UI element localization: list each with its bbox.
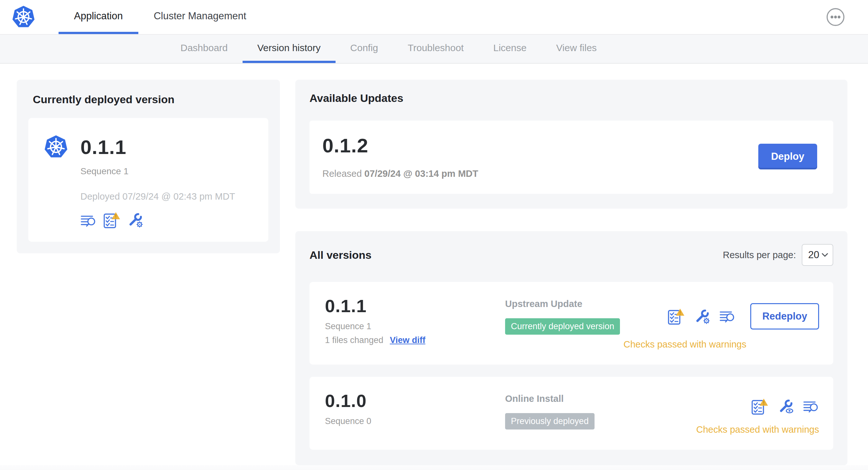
version-row-info: 0.1.1 Sequence 1 1 files changed View di…	[325, 296, 505, 345]
available-updates-panel: Available Updates 0.1.2 Released 07/29/2…	[295, 80, 847, 209]
version-row-actions: Redeploy Checks passed with warnings	[623, 296, 819, 350]
ellipsis-icon	[826, 8, 845, 26]
right-column: Available Updates 0.1.2 Released 07/29/2…	[295, 80, 847, 465]
deployed-sequence-label: Sequence 1	[81, 166, 255, 176]
row-action-icons: Redeploy	[667, 303, 819, 330]
released-date: 07/29/24 @ 03:14 pm MDT	[365, 168, 478, 179]
subnav-config[interactable]: Config	[336, 35, 393, 63]
top-tabs: Application Cluster Management	[59, 0, 261, 34]
row-files-changed: 1 files changed View diff	[325, 335, 505, 345]
tab-cluster-management[interactable]: Cluster Management	[138, 0, 262, 34]
release-notes-icon[interactable]	[803, 399, 819, 414]
update-released-timestamp: Released 07/29/24 @ 03:14 pm MDT	[322, 168, 478, 179]
row-source-label: Upstream Update	[505, 299, 623, 309]
status-badge: Previously deployed	[505, 413, 594, 430]
results-per-page-label: Results per page:	[723, 250, 796, 260]
version-row-actions: Checks passed with warnings	[696, 390, 819, 435]
row-version-label: 0.1.1	[325, 296, 505, 316]
config-gear-icon[interactable]	[127, 211, 144, 228]
top-bar: Application Cluster Management	[0, 0, 868, 35]
update-version-label: 0.1.2	[322, 134, 478, 157]
subnav-dashboard[interactable]: Dashboard	[166, 35, 243, 63]
overflow-menu-button[interactable]	[826, 8, 845, 26]
version-row-info: 0.1.0 Sequence 0	[325, 390, 505, 426]
preflight-checks-warning-icon[interactable]	[103, 211, 120, 228]
row-action-icons	[751, 398, 819, 415]
deploy-button[interactable]: Deploy	[758, 144, 817, 169]
release-notes-icon[interactable]	[719, 309, 736, 324]
status-badge: Currently deployed version	[505, 318, 620, 335]
deployed-version-label: 0.1.1	[81, 136, 255, 159]
all-versions-title: All versions	[309, 249, 372, 261]
available-updates-title: Available Updates	[309, 92, 833, 104]
main-content: Currently deployed version 0.1.1 Sequenc…	[0, 64, 868, 465]
subnav-view-files[interactable]: View files	[541, 35, 612, 63]
results-per-page-value: 20	[808, 249, 819, 261]
redeploy-button[interactable]: Redeploy	[750, 303, 819, 330]
checks-status-text: Checks passed with warnings	[696, 424, 819, 435]
preflight-checks-warning-icon[interactable]	[751, 398, 768, 415]
currently-deployed-title: Currently deployed version	[33, 93, 268, 106]
row-source-label: Online Install	[505, 394, 696, 404]
config-gear-icon[interactable]	[694, 308, 710, 325]
deployed-version-details: Sequence 1 Deployed 07/29/24 @ 02:43 pm …	[81, 160, 255, 228]
app-icon	[43, 134, 69, 160]
config-view-icon[interactable]	[777, 398, 794, 415]
files-changed-label: 1 files changed	[325, 335, 383, 345]
results-per-page: Results per page: 20	[723, 244, 833, 266]
available-update-info: 0.1.2 Released 07/29/24 @ 03:14 pm MDT	[322, 134, 478, 179]
view-diff-link[interactable]: View diff	[390, 335, 426, 345]
subnav-troubleshoot[interactable]: Troubleshoot	[393, 35, 478, 63]
deployed-timestamp: Deployed 07/29/24 @ 02:43 pm MDT	[81, 191, 255, 202]
chevron-down-icon	[822, 253, 828, 257]
released-label: Released	[322, 168, 362, 179]
app-subnav: Dashboard Version history Config Trouble…	[0, 35, 868, 64]
checks-status-text: Checks passed with warnings	[623, 339, 746, 350]
available-update-card: 0.1.2 Released 07/29/24 @ 03:14 pm MDT D…	[309, 121, 833, 194]
kubernetes-logo-icon	[11, 4, 36, 30]
release-notes-icon[interactable]	[81, 213, 96, 228]
version-row: 0.1.0 Sequence 0 Online Install Previous…	[309, 377, 833, 450]
page-footer: v1.112.1	[0, 465, 868, 470]
row-sequence-label: Sequence 1	[325, 322, 505, 331]
currently-deployed-card: 0.1.1 Sequence 1 Deployed 07/29/24 @ 02:…	[28, 118, 268, 242]
preflight-checks-warning-icon[interactable]	[667, 308, 685, 325]
row-version-label: 0.1.0	[325, 390, 505, 411]
all-versions-header: All versions Results per page: 20	[309, 244, 833, 266]
currently-deployed-panel: Currently deployed version 0.1.1 Sequenc…	[17, 80, 280, 253]
version-row-source: Upstream Update Currently deployed versi…	[505, 296, 623, 335]
deployed-version-actions	[81, 211, 255, 228]
version-row-source: Online Install Previously deployed	[505, 390, 696, 430]
version-row: 0.1.1 Sequence 1 1 files changed View di…	[309, 282, 833, 365]
subnav-version-history[interactable]: Version history	[243, 35, 336, 63]
row-sequence-label: Sequence 0	[325, 416, 505, 426]
subnav-license[interactable]: License	[478, 35, 541, 63]
all-versions-panel: All versions Results per page: 20 0.1.1 …	[295, 231, 847, 465]
tab-application[interactable]: Application	[59, 0, 138, 34]
results-per-page-select[interactable]: 20	[802, 244, 833, 266]
